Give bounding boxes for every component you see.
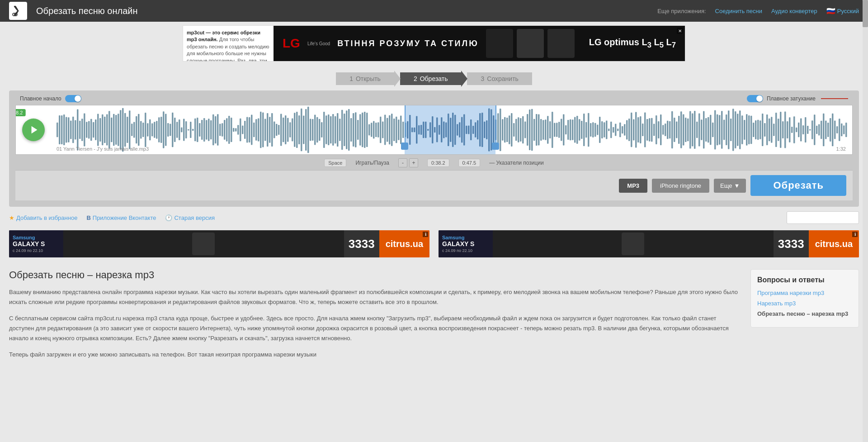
svg-rect-59 — [183, 119, 185, 141]
svg-rect-153 — [396, 117, 397, 143]
svg-rect-303 — [735, 111, 736, 148]
markers-label: — Указатели позиции — [489, 160, 544, 166]
svg-rect-200 — [502, 119, 504, 141]
svg-rect-97 — [269, 117, 271, 143]
sidebar-link-1[interactable]: Программа нарезки mp3 — [757, 290, 852, 296]
svg-rect-236 — [583, 114, 585, 146]
svg-rect-203 — [509, 115, 510, 144]
minus-btn[interactable]: - — [398, 158, 407, 167]
svg-rect-255 — [626, 120, 628, 140]
svg-rect-291 — [708, 117, 709, 143]
svg-rect-60 — [185, 121, 187, 138]
vk-link[interactable]: В Приложение Вконтакте — [86, 214, 156, 221]
scrollbar-thumb[interactable] — [863, 0, 868, 27]
ad-lg-banner[interactable]: LG Life's Good ВТІННЯ РОЗУМУ ТА СТИЛЮ LG… — [274, 26, 685, 61]
handle-left[interactable] — [401, 143, 408, 150]
svg-rect-24 — [104, 117, 106, 143]
svg-rect-28 — [113, 114, 115, 146]
header: Обрезать песню онлайн Еще приложения: Со… — [0, 0, 868, 22]
step-open[interactable]: 1 Открыть — [336, 72, 394, 85]
iphone-ringtone-button[interactable]: iPhone ringtone — [652, 179, 709, 193]
svg-rect-21 — [97, 114, 99, 146]
svg-rect-256 — [628, 119, 630, 141]
logo[interactable] — [9, 2, 27, 20]
svg-rect-62 — [190, 122, 192, 138]
play-button[interactable] — [22, 119, 45, 141]
svg-rect-271 — [662, 125, 664, 135]
svg-rect-110 — [298, 115, 300, 144]
svg-rect-151 — [391, 114, 393, 146]
ad2-close-button[interactable]: ℹ — [852, 232, 858, 237]
fade-out-toggle[interactable] — [747, 95, 763, 102]
bottom-links: ★ Добавить в избранное В Приложение Вкон… — [0, 207, 868, 228]
svg-rect-219 — [545, 119, 547, 140]
svg-rect-333 — [802, 125, 804, 134]
sidebar: Вопросы и ответы Программа нарезки mp3 Н… — [750, 269, 859, 328]
ad-item-1[interactable]: Samsung GALAXY S с 24.09 по 22.10 3333 c… — [9, 230, 429, 257]
svg-rect-35 — [129, 110, 131, 149]
audio-converter-link[interactable]: Аудио конвертер — [771, 8, 817, 14]
svg-rect-209 — [522, 116, 524, 144]
svg-rect-326 — [787, 121, 788, 138]
svg-rect-239 — [590, 123, 592, 137]
mp3-button[interactable]: MP3 — [619, 179, 647, 193]
svg-rect-314 — [760, 120, 761, 139]
step-cut[interactable]: 2 Обрезать — [400, 72, 462, 85]
svg-rect-286 — [696, 122, 698, 138]
svg-rect-309 — [748, 115, 750, 144]
more-button[interactable]: Еще ▼ — [714, 179, 746, 193]
svg-rect-225 — [558, 122, 560, 138]
svg-rect-257 — [631, 113, 632, 147]
svg-rect-55 — [174, 118, 176, 142]
svg-rect-335 — [807, 126, 809, 134]
svg-rect-52 — [167, 123, 169, 137]
search-input[interactable] — [787, 211, 859, 224]
ad1-close-button[interactable]: ℹ — [423, 232, 428, 237]
step-save[interactable]: 3 Сохранить — [467, 72, 532, 85]
position-info: Space Играть/Пауза - + 0:38.2 0:47.5 — У… — [15, 158, 853, 167]
language-selector[interactable]: 🇷🇺 Русский — [826, 7, 859, 15]
waveform-container[interactable]: 0:38.2 01 Yann Tiersen - J'y suis jamais… — [15, 105, 853, 155]
para2: С бесплатным сервисом сайта mp3cut.ru на… — [9, 314, 741, 343]
time-badge-container: 0:38.2 — [15, 109, 25, 116]
waveform-track[interactable]: 01 Yann Tiersen - J'y suis jamais alle.m… — [57, 105, 848, 154]
svg-rect-113 — [305, 109, 307, 151]
ad-close-button[interactable]: ✕ — [677, 28, 683, 34]
cut-button[interactable]: Обрезать — [750, 175, 846, 196]
fade-in-toggle[interactable] — [65, 95, 81, 102]
sidebar-link-3[interactable]: Обрезать песню – нарезка mp3 — [757, 310, 852, 317]
svg-rect-101 — [278, 125, 280, 135]
svg-rect-11 — [75, 120, 76, 139]
svg-rect-3 — [57, 123, 58, 138]
ad-item-2[interactable]: Samsung GALAXY S с 24.09 по 22.10 3333 c… — [439, 230, 859, 257]
svg-rect-31 — [120, 110, 122, 149]
svg-rect-290 — [705, 118, 707, 142]
plus-btn[interactable]: + — [409, 158, 418, 167]
svg-rect-80 — [231, 118, 232, 142]
main-content: Обрезать песню – нарезка mp3 Вашему вним… — [0, 260, 868, 375]
svg-rect-338 — [814, 114, 816, 145]
svg-rect-94 — [262, 112, 264, 147]
svg-rect-224 — [556, 123, 558, 137]
sidebar-link-2[interactable]: Нарезать mp3 — [757, 300, 852, 307]
svg-rect-311 — [753, 123, 755, 137]
svg-rect-348 — [836, 126, 838, 133]
svg-rect-102 — [280, 114, 282, 146]
svg-rect-145 — [377, 122, 379, 138]
svg-rect-211 — [527, 114, 528, 146]
svg-rect-51 — [165, 114, 167, 146]
join-songs-link[interactable]: Соединить песни — [715, 8, 762, 14]
old-version-link[interactable]: 🕐 Старая версия — [165, 214, 215, 221]
fade-in-control: Плавное начало — [20, 95, 81, 102]
svg-rect-143 — [373, 121, 375, 139]
handle-right[interactable] — [492, 143, 499, 150]
scrollbar[interactable] — [863, 0, 868, 442]
favorite-link[interactable]: ★ Добавить в избранное — [9, 214, 77, 221]
sidebar-title: Вопросы и ответы — [757, 276, 852, 284]
star-icon: ★ — [9, 214, 14, 221]
svg-rect-318 — [769, 119, 770, 141]
position-controls: - + — [398, 158, 418, 167]
svg-rect-70 — [208, 119, 210, 141]
svg-rect-320 — [773, 124, 775, 136]
svg-rect-206 — [515, 119, 517, 141]
